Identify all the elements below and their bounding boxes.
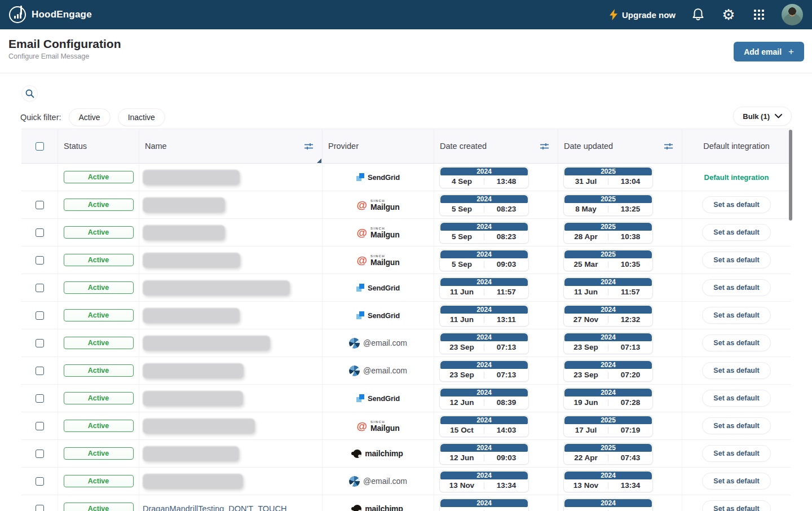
date-created-year: 2024 xyxy=(440,168,528,175)
date-updated-year: 2025 xyxy=(564,195,652,203)
date-updated-time: 13:25 xyxy=(608,205,652,213)
provider-label: @email.com xyxy=(363,366,407,375)
row-checkbox[interactable] xyxy=(36,256,44,265)
provider-label: SendGrid xyxy=(368,284,400,292)
provider-super-label: SINCH xyxy=(370,227,399,230)
set-default-button[interactable]: Set as default xyxy=(702,224,770,241)
set-default-button[interactable]: Set as default xyxy=(702,196,770,213)
date-updated-year: 2024 xyxy=(564,306,652,314)
provider-label: mailchimp xyxy=(365,504,403,511)
date-created-time: 13:48 xyxy=(484,177,528,186)
mailgun-icon: @ xyxy=(356,255,367,266)
upgrade-now-button[interactable]: Upgrade now xyxy=(610,9,676,20)
row-checkbox[interactable] xyxy=(36,477,44,486)
row-checkbox[interactable] xyxy=(36,367,44,375)
filter-sliders-icon[interactable] xyxy=(664,143,673,150)
sendgrid-icon xyxy=(356,394,364,402)
row-checkbox[interactable] xyxy=(36,311,44,320)
table-row: Active SendGrid @ xyxy=(21,302,791,329)
date-created-day: 15 Oct xyxy=(440,426,484,434)
set-default-button[interactable]: Set as default xyxy=(702,500,770,511)
brand-name: HoodEngage xyxy=(32,9,92,20)
date-created-day: 4 Sep xyxy=(440,177,484,186)
mailchimp-icon xyxy=(353,505,361,511)
date-updated-year: 2025 xyxy=(564,416,652,424)
search-button[interactable] xyxy=(21,85,38,102)
select-all-checkbox[interactable] xyxy=(36,142,44,151)
name-redacted xyxy=(143,446,239,461)
date-updated-pill: 2025 22 Apr 07:43 xyxy=(563,443,653,465)
settings-button[interactable]: ⚙ xyxy=(721,7,736,23)
user-avatar[interactable] xyxy=(782,4,803,25)
name-redacted xyxy=(143,197,225,213)
set-default-button[interactable]: Set as default xyxy=(702,390,770,407)
date-created-day: 11 Jun xyxy=(440,288,484,296)
status-badge: Active xyxy=(64,199,134,211)
status-badge: Active xyxy=(64,254,134,266)
date-created-year: 2024 xyxy=(440,306,528,314)
filter-chip-active[interactable]: Active xyxy=(69,108,111,126)
date-updated-day: 23 Sep xyxy=(564,371,608,379)
status-badge: Active xyxy=(64,226,134,239)
date-updated-pill: 2025 8 May 13:25 xyxy=(563,194,653,216)
row-checkbox[interactable] xyxy=(36,284,44,292)
status-badge: Active xyxy=(64,337,134,349)
date-updated-day: 22 Apr xyxy=(564,453,608,462)
date-created-pill: 2024 5 Sep 09:03 xyxy=(439,249,529,271)
name-redacted xyxy=(143,419,255,434)
header-cell-default-integration: Default integration xyxy=(682,129,791,163)
notifications-button[interactable] xyxy=(690,7,706,23)
date-updated-pill: 2025 31 Jul 13:04 xyxy=(563,166,653,188)
header-cell-provider: Provider xyxy=(323,129,434,163)
table-row: Active @ @email. xyxy=(21,357,791,385)
apps-menu-button[interactable] xyxy=(751,7,767,23)
row-checkbox[interactable] xyxy=(36,394,44,403)
column-header-label: Name xyxy=(145,142,167,151)
row-checkbox[interactable] xyxy=(36,228,44,237)
set-default-button[interactable]: Set as default xyxy=(702,279,770,296)
page-subtitle: Configure Email Message xyxy=(8,52,804,60)
header-cell-status: Status xyxy=(58,129,139,163)
name-text[interactable]: DraganMandrillTesting_DON'T_TOUCH xyxy=(143,504,287,511)
date-updated-day: 28 Apr xyxy=(564,232,608,241)
set-default-button[interactable]: Set as default xyxy=(702,334,770,351)
provider-label: Mailgun xyxy=(370,258,399,266)
column-resize-handle[interactable] xyxy=(317,158,321,163)
status-badge: Active xyxy=(64,447,134,460)
name-redacted xyxy=(143,280,290,296)
row-checkbox[interactable] xyxy=(36,505,44,511)
set-default-button[interactable]: Set as default xyxy=(702,473,770,490)
set-default-button[interactable]: Set as default xyxy=(702,307,770,324)
bulk-actions-dropdown[interactable]: Bulk (1) xyxy=(733,107,792,126)
table-row: Active @ @email. xyxy=(21,329,791,357)
hoodengage-logo-icon xyxy=(9,6,26,23)
apps-grid-icon xyxy=(754,10,764,20)
set-default-button[interactable]: Set as default xyxy=(702,417,770,434)
add-email-button[interactable]: Add email + xyxy=(734,42,804,61)
email-provider-icon xyxy=(349,365,360,376)
row-checkbox[interactable] xyxy=(36,450,44,458)
filter-chip-inactive[interactable]: Inactive xyxy=(118,108,165,126)
set-default-button[interactable]: Set as default xyxy=(702,445,770,462)
brand[interactable]: HoodEngage xyxy=(9,6,92,23)
date-created-time: 07:13 xyxy=(484,343,528,351)
search-icon xyxy=(25,89,34,98)
date-created-day: 11 Jun xyxy=(440,315,484,324)
provider-label: Mailgun xyxy=(370,231,399,239)
date-updated-year: 2025 xyxy=(564,250,652,258)
header-cell-date-created: Date created xyxy=(434,129,558,163)
row-checkbox[interactable] xyxy=(36,422,44,430)
date-created-year: 2024 xyxy=(440,333,528,341)
filter-sliders-icon[interactable] xyxy=(540,143,549,150)
date-updated-pill: 2024 13 Nov 13:34 xyxy=(563,470,653,492)
table-row: Active @ SINCH Mailgun xyxy=(21,412,791,440)
provider-super-label: SINCH xyxy=(370,254,399,258)
set-default-button[interactable]: Set as default xyxy=(702,252,770,268)
date-created-pill: 2024 4 Sep 13:48 xyxy=(439,166,529,188)
date-updated-pill: 2024 27 Nov 12:32 xyxy=(563,305,653,327)
filter-sliders-icon[interactable] xyxy=(304,143,313,150)
date-updated-year: 2024 xyxy=(564,361,652,369)
row-checkbox[interactable] xyxy=(36,339,44,347)
row-checkbox[interactable] xyxy=(36,201,44,209)
set-default-button[interactable]: Set as default xyxy=(702,362,770,379)
